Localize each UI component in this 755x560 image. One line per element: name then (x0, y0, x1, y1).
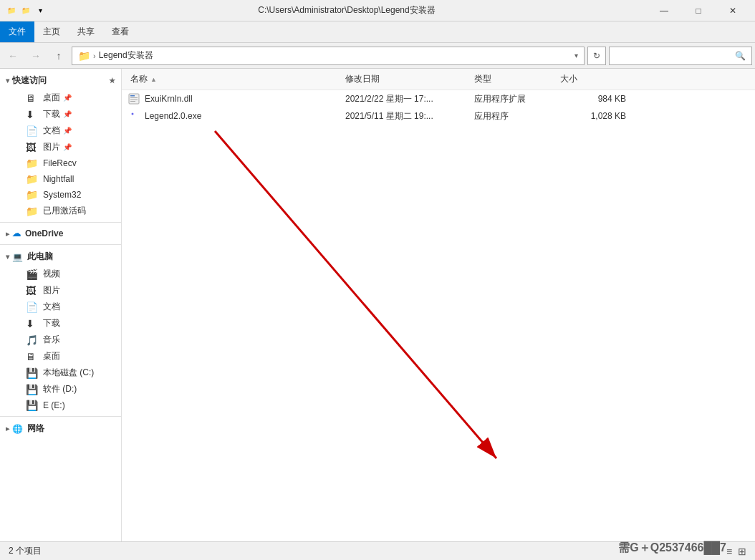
sidebar-item-pc-documents[interactable]: 📄 文档 (0, 299, 121, 315)
address-bar-text: Legend安装器 (99, 49, 572, 62)
sidebar-item-music[interactable]: 🎵 音乐 (0, 332, 121, 348)
expand-icon: ▾ (6, 77, 9, 85)
sidebar-item-pc-downloads-label: 下载 (43, 317, 60, 329)
pc-downloads-icon: ⬇ (26, 318, 39, 329)
title-bar: 📁 📁 ▾ C:\Users\Administrator\Desktop\Leg… (0, 0, 755, 21)
this-pc-label: 此电脑 (27, 251, 53, 263)
forward-button[interactable]: → (26, 46, 46, 66)
menu-item-view[interactable]: 查看 (103, 21, 138, 42)
file-row-exe[interactable]: Legend2.0.exe 2021/5/11 星期二 19:... 应用程序 … (122, 107, 755, 125)
svg-rect-4 (130, 101, 135, 102)
sidebar-item-video[interactable]: 🎬 视频 (0, 266, 121, 282)
sidebar-item-pictures-label: 图片 (43, 141, 60, 153)
exe-file-size: 1,028 KB (557, 111, 629, 121)
status-count: 2 个项目 (9, 545, 42, 557)
documents-icon: 📄 (26, 125, 39, 137)
svg-point-5 (132, 113, 134, 115)
exe-file-icon (128, 110, 140, 122)
svg-rect-2 (130, 97, 138, 98)
sidebar-item-pc-documents-label: 文档 (43, 301, 60, 313)
desktop-icon: 🖥 (26, 92, 39, 104)
address-bar-prefix: › (93, 52, 96, 60)
sidebar-item-pc-pictures-label: 图片 (43, 284, 60, 296)
downloads-icon: ⬇ (26, 109, 39, 120)
sidebar-item-nightfall[interactable]: 📁 Nightfall (0, 171, 121, 187)
file-name-dll: ExuiKrnln.dll (128, 92, 342, 105)
search-icon[interactable]: 🔍 (735, 51, 746, 61)
sidebar-item-desktop[interactable]: 🖥 桌面 📌 (0, 90, 121, 106)
pin-icon-documents: 📌 (63, 127, 72, 135)
nightfall-icon: 📁 (26, 173, 39, 185)
exe-file-name: Legend2.0.exe (145, 111, 201, 121)
col-type-label: 类型 (474, 74, 491, 84)
toolbar: ← → ↑ 📁 › Legend安装器 ▾ ↻ 🔍 (0, 43, 755, 69)
activation-icon: 📁 (26, 206, 39, 217)
refresh-button[interactable]: ↻ (587, 47, 606, 65)
sidebar-item-filerecv[interactable]: 📁 FileRecv (0, 155, 121, 171)
sidebar-section-quick-access[interactable]: ▾ 快速访问 ★ (0, 72, 121, 90)
col-header-type[interactable]: 类型 (471, 72, 557, 87)
col-header-date[interactable]: 修改日期 (342, 72, 471, 87)
col-sort-icon: ▲ (150, 76, 157, 83)
pin-icon-pictures: 📌 (63, 143, 72, 151)
sidebar-item-pc-desktop[interactable]: 🖥 桌面 (0, 348, 121, 365)
address-bar[interactable]: 📁 › Legend安装器 ▾ (72, 47, 585, 65)
network-icon: 🌐 (12, 424, 23, 434)
sidebar-item-downloads[interactable]: ⬇ 下载 📌 (0, 106, 121, 122)
sidebar-item-video-label: 视频 (43, 268, 60, 280)
pin-icon-downloads: 📌 (63, 110, 72, 118)
title-bar-icons: 📁 📁 ▾ (6, 5, 46, 16)
network-expand-icon: ▸ (6, 425, 9, 433)
sidebar-item-drive-e-label: E (E:) (43, 400, 65, 410)
drive-c-icon: 💾 (26, 367, 39, 379)
sidebar-divider-1 (0, 222, 121, 223)
menu-bar: 文件 主页 共享 查看 (0, 21, 755, 43)
col-header-size[interactable]: 大小 (557, 72, 629, 87)
music-icon: 🎵 (26, 334, 39, 346)
sidebar-item-drive-e[interactable]: 💾 E (E:) (0, 397, 121, 413)
search-input[interactable] (615, 51, 735, 61)
search-box[interactable]: 🔍 (609, 47, 752, 65)
maximize-button[interactable]: □ (682, 0, 715, 21)
dll-file-name: ExuiKrnln.dll (145, 94, 193, 104)
back-button[interactable]: ← (3, 46, 23, 66)
up-button[interactable]: ↑ (49, 46, 69, 66)
sidebar-item-pictures[interactable]: 🖼 图片 📌 (0, 139, 121, 155)
watermark: 需G＋Q2537466██7 (618, 541, 726, 556)
menu-item-share[interactable]: 共享 (69, 21, 103, 42)
view-icon-grid[interactable]: ⊞ (738, 546, 746, 557)
sidebar-section-onedrive[interactable]: ▸ ☁ OneDrive (0, 226, 121, 241)
sidebar-section-this-pc[interactable]: ▾ 💻 此电脑 (0, 248, 121, 266)
minimize-button[interactable]: — (648, 0, 681, 21)
dll-file-date: 2021/2/22 星期一 17:... (342, 93, 471, 105)
pin-icon-desktop: 📌 (63, 94, 72, 102)
menu-item-home[interactable]: 主页 (34, 21, 69, 42)
sidebar-item-system32-label: System32 (43, 190, 81, 200)
col-date-label: 修改日期 (345, 74, 380, 84)
quick-access-star: ★ (109, 77, 115, 85)
address-dropdown-icon[interactable]: ▾ (574, 52, 578, 59)
sidebar-item-activation[interactable]: 📁 已用激活码 (0, 203, 121, 219)
exe-file-type: 应用程序 (471, 110, 557, 122)
sidebar-item-drive-d[interactable]: 💾 软件 (D:) (0, 381, 121, 397)
file-row-dll[interactable]: ExuiKrnln.dll 2021/2/22 星期一 17:... 应用程序扩… (122, 90, 755, 107)
sidebar-item-documents[interactable]: 📄 文档 📌 (0, 122, 121, 139)
sidebar-section-network[interactable]: ▸ 🌐 网络 (0, 420, 121, 438)
sidebar-item-drive-c-label: 本地磁盘 (C:) (43, 367, 94, 379)
sidebar-item-documents-label: 文档 (43, 125, 60, 137)
menu-item-file[interactable]: 文件 (0, 21, 34, 42)
col-header-name[interactable]: 名称 ▲ (128, 72, 342, 87)
sidebar-item-pc-downloads[interactable]: ⬇ 下载 (0, 315, 121, 332)
sidebar-item-drive-c[interactable]: 💾 本地磁盘 (C:) (0, 365, 121, 381)
view-icon-list[interactable]: ≡ (726, 546, 732, 557)
sidebar-item-drive-d-label: 软件 (D:) (43, 383, 77, 395)
sidebar-divider-3 (0, 416, 121, 417)
sidebar-item-pc-pictures[interactable]: 🖼 图片 (0, 282, 121, 299)
sidebar-item-system32[interactable]: 📁 System32 (0, 187, 121, 203)
sidebar-divider-2 (0, 244, 121, 245)
close-button[interactable]: ✕ (716, 0, 749, 21)
drive-e-icon: 💾 (26, 400, 39, 411)
sidebar-item-filerecv-label: FileRecv (43, 158, 77, 168)
content-area: 名称 ▲ 修改日期 类型 大小 (122, 69, 755, 541)
svg-rect-3 (130, 100, 138, 100)
